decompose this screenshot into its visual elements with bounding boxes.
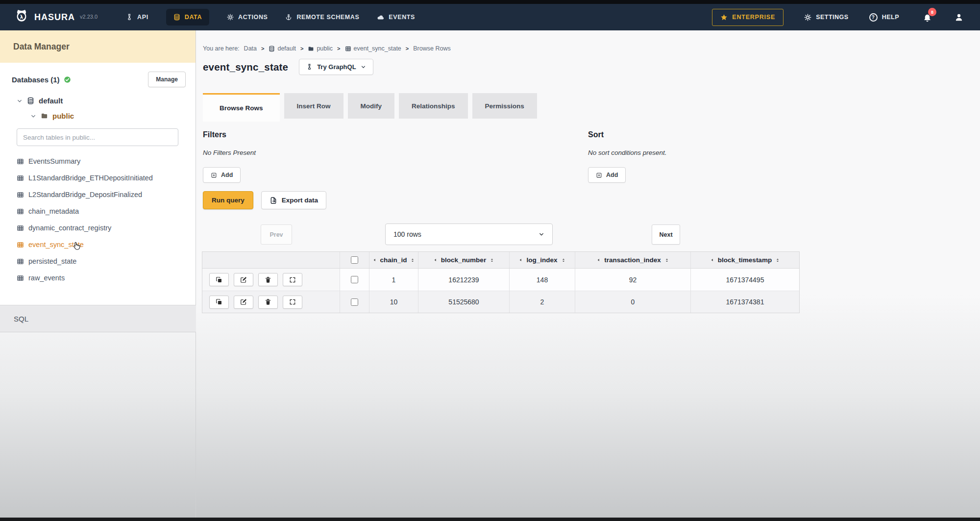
breadcrumb-database[interactable]: default — [269, 45, 296, 52]
settings-button[interactable]: SETTINGS — [804, 14, 849, 21]
caret-left-icon[interactable] — [596, 258, 601, 262]
brand-name: HASURA — [34, 9, 75, 25]
table-icon — [17, 158, 24, 165]
tables-list: EventsSummary L1StandardBridge_ETHDeposi… — [17, 153, 186, 286]
clone-row-button[interactable] — [209, 296, 229, 309]
enterprise-button[interactable]: ENTERPRISE — [712, 9, 784, 26]
select-all-checkbox[interactable] — [351, 256, 358, 264]
notifications-button[interactable]: 8 — [923, 12, 932, 22]
breadcrumb-table[interactable]: event_sync_state — [345, 45, 401, 52]
column-header-chain-id[interactable]: chain_id — [369, 252, 418, 268]
sidebar-item-database-default[interactable]: default — [12, 93, 186, 108]
user-menu-button[interactable] — [955, 13, 963, 22]
sidebar-item-table[interactable]: L2StandardBridge_DepositFinalized — [17, 186, 186, 203]
tab-relationships[interactable]: Relationships — [399, 93, 468, 119]
rows-per-page-value: 100 rows — [393, 230, 421, 238]
sort-heading: Sort — [588, 130, 853, 139]
table-name-label: dynamic_contract_registry — [28, 224, 111, 232]
trash-icon — [265, 298, 271, 305]
sidebar-item-sql[interactable]: SQL — [0, 305, 196, 332]
cell-block-timestamp: 1671374381 — [690, 291, 799, 313]
sidebar-item-table[interactable]: persisted_state — [17, 253, 186, 270]
try-graphql-button[interactable]: Try GraphQL — [299, 59, 373, 75]
sort-icon[interactable] — [775, 258, 780, 263]
edit-row-button[interactable] — [234, 296, 253, 309]
tab-insert-row[interactable]: Insert Row — [284, 93, 343, 119]
tab-permissions[interactable]: Permissions — [472, 93, 537, 119]
primary-nav: API DATA ACTIONS REMOTE SCHEMAS EVENTS — [126, 9, 415, 25]
database-icon — [269, 46, 275, 52]
sidebar-item-table[interactable]: raw_events — [17, 270, 186, 286]
data-sidebar: Data Manager Databases (1) Manage defaul… — [0, 30, 196, 518]
nav-item-events[interactable]: EVENTS — [377, 14, 415, 21]
delete-row-button[interactable] — [258, 273, 278, 286]
add-filter-button[interactable]: Add — [203, 167, 241, 183]
sort-icon[interactable] — [664, 258, 669, 263]
settings-label: SETTINGS — [816, 14, 849, 21]
edit-row-button[interactable] — [234, 273, 253, 286]
expand-row-button[interactable] — [283, 273, 302, 286]
video-letterbox-top — [0, 0, 980, 4]
sidebar-item-schema-public[interactable]: public — [25, 108, 186, 124]
prev-page-button[interactable]: Prev — [261, 224, 292, 245]
search-tables-input[interactable] — [17, 128, 178, 146]
table-icon — [17, 191, 24, 198]
hasura-brand[interactable]: λ HASURA v2.23.0 — [14, 9, 98, 25]
trash-icon — [265, 276, 271, 283]
sort-icon[interactable] — [410, 258, 415, 263]
breadcrumb-data[interactable]: Data — [244, 45, 257, 52]
tab-browse-rows[interactable]: Browse Rows — [203, 93, 280, 122]
column-header-block-timestamp[interactable]: block_timestamp — [690, 252, 799, 268]
table-icon — [345, 46, 351, 52]
filters-empty-text: No Filters Present — [203, 149, 467, 156]
breadcrumb-prefix: You are here: — [203, 45, 240, 52]
breadcrumb: You are here: Data default public event_… — [203, 45, 451, 52]
anchor-icon — [285, 14, 292, 21]
video-letterbox-bottom — [0, 518, 980, 521]
caret-left-icon[interactable] — [518, 258, 523, 262]
column-header-log-index[interactable]: log_index — [509, 252, 575, 268]
chevron-down-icon[interactable] — [17, 98, 23, 104]
chevron-down-icon[interactable] — [30, 113, 36, 119]
manage-button[interactable]: Manage — [148, 72, 186, 87]
sort-icon[interactable] — [561, 258, 566, 263]
breadcrumb-schema[interactable]: public — [308, 45, 333, 52]
databases-count-label: Databases (1) — [12, 75, 60, 84]
star-icon — [720, 14, 728, 21]
run-query-button[interactable]: Run query — [203, 191, 253, 209]
sidebar-item-table-selected[interactable]: event_sync_state — [17, 236, 186, 253]
column-header-block-number[interactable]: block_number — [418, 252, 509, 268]
add-sort-button[interactable]: Add — [588, 167, 626, 183]
caret-left-icon[interactable] — [433, 258, 438, 262]
sidebar-item-table[interactable]: L1StandardBridge_ETHDepositInitiated — [17, 170, 186, 186]
sort-icon[interactable] — [490, 258, 494, 263]
nav-item-label: REMOTE SCHEMAS — [296, 14, 359, 21]
export-data-button[interactable]: Export data — [261, 191, 326, 209]
nav-item-label: EVENTS — [389, 14, 415, 21]
delete-row-button[interactable] — [258, 296, 278, 309]
nav-item-data[interactable]: DATA — [166, 9, 209, 25]
next-page-button[interactable]: Next — [652, 224, 680, 245]
chevron-down-icon — [361, 64, 366, 70]
flask-icon — [126, 14, 133, 21]
nav-item-remote-schemas[interactable]: REMOTE SCHEMAS — [285, 14, 359, 21]
column-header-transaction-index[interactable]: transaction_index — [575, 252, 690, 268]
rows-per-page-select[interactable]: 100 rows — [385, 223, 553, 245]
clone-row-button[interactable] — [209, 273, 229, 286]
caret-left-icon[interactable] — [372, 258, 377, 262]
help-button[interactable]: HELP — [869, 13, 899, 22]
sidebar-item-table[interactable]: EventsSummary — [17, 153, 186, 170]
nav-item-api[interactable]: API — [126, 14, 148, 21]
caret-left-icon[interactable] — [710, 258, 714, 262]
sidebar-item-table[interactable]: dynamic_contract_registry — [17, 220, 186, 236]
row-checkbox[interactable] — [351, 298, 358, 306]
row-checkbox[interactable] — [351, 276, 358, 283]
copy-icon — [216, 298, 222, 305]
expand-row-button[interactable] — [283, 296, 302, 309]
table-icon — [17, 258, 24, 265]
tab-modify[interactable]: Modify — [348, 93, 395, 119]
actions-header-cell — [202, 252, 340, 268]
breadcrumb-separator — [337, 45, 340, 52]
nav-item-actions[interactable]: ACTIONS — [227, 14, 268, 21]
sidebar-item-table[interactable]: chain_metadata — [17, 203, 186, 220]
